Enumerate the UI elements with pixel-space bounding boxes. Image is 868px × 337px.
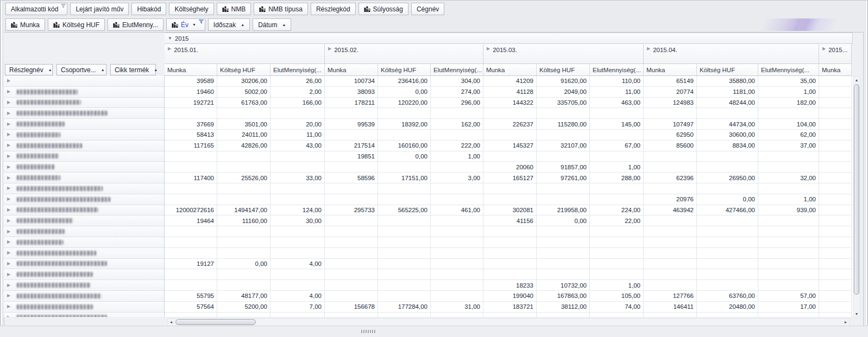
data-cell[interactable]: 1,00 bbox=[758, 194, 819, 205]
data-cell[interactable] bbox=[537, 194, 590, 205]
data-cell[interactable] bbox=[378, 162, 431, 173]
data-cell[interactable] bbox=[217, 194, 271, 205]
data-cell[interactable] bbox=[819, 151, 852, 162]
data-cell[interactable]: 192721 bbox=[165, 98, 217, 109]
measure-header-cell[interactable]: Költség HUF bbox=[378, 64, 431, 76]
data-cell[interactable]: 17151,00 bbox=[378, 173, 431, 183]
data-cell[interactable] bbox=[644, 151, 697, 162]
filter-field-button[interactable]: Lejárt javító műv bbox=[70, 3, 129, 15]
data-cell[interactable]: 1,00 bbox=[431, 151, 483, 162]
expand-icon[interactable]: ▶ bbox=[7, 176, 10, 180]
data-cell[interactable] bbox=[644, 237, 697, 248]
data-cell[interactable]: 145,00 bbox=[590, 119, 644, 130]
data-cell[interactable]: 41156 bbox=[483, 215, 537, 226]
data-cell[interactable]: 127766 bbox=[644, 291, 697, 302]
data-cell[interactable]: 124983 bbox=[644, 98, 697, 109]
data-cell[interactable]: 288,00 bbox=[590, 173, 644, 183]
data-cell[interactable]: 57,00 bbox=[758, 291, 819, 302]
data-cell[interactable]: 2049,00 bbox=[537, 87, 590, 98]
data-cell[interactable]: 62950 bbox=[644, 130, 697, 141]
row-field-button[interactable]: Részlegnév▲ bbox=[5, 64, 53, 75]
data-cell[interactable]: 226237 bbox=[483, 119, 537, 130]
data-cell[interactable] bbox=[325, 248, 378, 259]
expand-icon[interactable]: ▶ bbox=[7, 272, 10, 277]
data-cell[interactable] bbox=[697, 151, 758, 162]
data-cell[interactable]: 427466,00 bbox=[697, 205, 758, 216]
data-cell[interactable]: 48177,00 bbox=[217, 291, 271, 302]
data-cell[interactable]: 105,00 bbox=[590, 291, 644, 302]
data-cell[interactable] bbox=[325, 313, 378, 317]
data-cell[interactable]: 97261,00 bbox=[537, 173, 590, 183]
data-cell[interactable] bbox=[590, 194, 644, 205]
data-cell[interactable]: 217514 bbox=[325, 141, 378, 151]
data-cell[interactable] bbox=[758, 269, 819, 280]
expand-icon[interactable]: ▶ bbox=[7, 240, 10, 244]
data-cell[interactable] bbox=[819, 205, 852, 216]
data-cell[interactable] bbox=[271, 194, 325, 205]
month-group-header[interactable]: ▶2015.03. bbox=[483, 44, 644, 64]
data-cell[interactable] bbox=[378, 259, 431, 270]
data-cell[interactable] bbox=[271, 237, 325, 248]
data-cell[interactable]: 166,00 bbox=[271, 98, 325, 109]
data-cell[interactable] bbox=[217, 151, 271, 162]
measure-header-cell[interactable]: Költség HUF bbox=[697, 64, 758, 76]
data-cell[interactable]: 167863,00 bbox=[537, 291, 590, 302]
data-cell[interactable]: 183721 bbox=[483, 302, 537, 313]
data-cell[interactable] bbox=[378, 226, 431, 237]
data-cell[interactable] bbox=[644, 269, 697, 280]
data-cell[interactable]: 182,00 bbox=[758, 98, 819, 109]
data-cell[interactable] bbox=[537, 108, 590, 119]
data-cell[interactable]: 19851 bbox=[325, 151, 378, 162]
filter-field-button[interactable]: NMB bbox=[217, 3, 251, 15]
data-cell[interactable] bbox=[217, 183, 271, 194]
data-cell[interactable]: 199040 bbox=[483, 291, 537, 302]
scroll-down-icon[interactable]: ▼ bbox=[855, 310, 859, 317]
data-cell[interactable]: 22,00 bbox=[590, 215, 644, 226]
data-cell[interactable] bbox=[325, 108, 378, 119]
data-cell[interactable] bbox=[590, 313, 644, 317]
data-cell[interactable]: 62,00 bbox=[758, 130, 819, 141]
data-cell[interactable] bbox=[271, 108, 325, 119]
filter-field-button[interactable]: Cégnév bbox=[411, 3, 444, 15]
data-cell[interactable] bbox=[483, 313, 537, 317]
data-cell[interactable] bbox=[644, 313, 697, 317]
data-cell[interactable] bbox=[537, 313, 590, 317]
data-cell[interactable] bbox=[697, 226, 758, 237]
data-cell[interactable]: 295733 bbox=[325, 205, 378, 216]
data-cell[interactable] bbox=[819, 237, 852, 248]
expand-icon[interactable]: ▶ bbox=[7, 283, 10, 288]
data-cell[interactable] bbox=[271, 183, 325, 194]
data-cell[interactable] bbox=[431, 313, 483, 317]
filter-field-button[interactable]: Hibakód bbox=[131, 3, 166, 15]
data-cell[interactable] bbox=[325, 130, 378, 141]
row-field-button[interactable]: Csoportve...▲ bbox=[56, 64, 106, 75]
measure-header-cell[interactable]: ElutMennyiség(... bbox=[758, 64, 819, 76]
data-cell[interactable]: 41128 bbox=[483, 87, 537, 98]
expand-icon[interactable]: ▶ bbox=[7, 294, 10, 298]
data-cell[interactable]: 38093 bbox=[325, 87, 378, 98]
expand-icon[interactable]: ▶ bbox=[7, 251, 10, 255]
row-header-cell[interactable]: ▶ bbox=[4, 215, 164, 226]
data-cell[interactable] bbox=[378, 215, 431, 226]
data-cell[interactable]: 463,00 bbox=[590, 98, 644, 109]
data-cell[interactable] bbox=[165, 108, 217, 119]
data-cell[interactable] bbox=[325, 183, 378, 194]
data-cell[interactable]: 120220,00 bbox=[378, 98, 431, 109]
data-cell[interactable]: 7,00 bbox=[271, 302, 325, 313]
data-cell[interactable]: 11160,00 bbox=[217, 215, 271, 226]
data-cell[interactable]: 4,00 bbox=[271, 259, 325, 270]
data-cell[interactable] bbox=[431, 108, 483, 119]
data-cell[interactable]: 91857,00 bbox=[537, 162, 590, 173]
v-scroll-thumb[interactable] bbox=[854, 84, 859, 295]
data-cell[interactable] bbox=[819, 183, 852, 194]
filter-field-button[interactable]: Alkalmazotti kód bbox=[5, 3, 67, 15]
row-header-cell[interactable]: ▶ bbox=[4, 173, 164, 183]
data-cell[interactable]: 35880,00 bbox=[697, 76, 758, 87]
data-cell[interactable] bbox=[644, 108, 697, 119]
data-cell[interactable] bbox=[537, 226, 590, 237]
data-cell[interactable] bbox=[165, 226, 217, 237]
data-cell[interactable] bbox=[644, 215, 697, 226]
data-cell[interactable] bbox=[483, 237, 537, 248]
data-cell[interactable]: 67,00 bbox=[590, 141, 644, 151]
data-cell[interactable] bbox=[819, 313, 852, 317]
